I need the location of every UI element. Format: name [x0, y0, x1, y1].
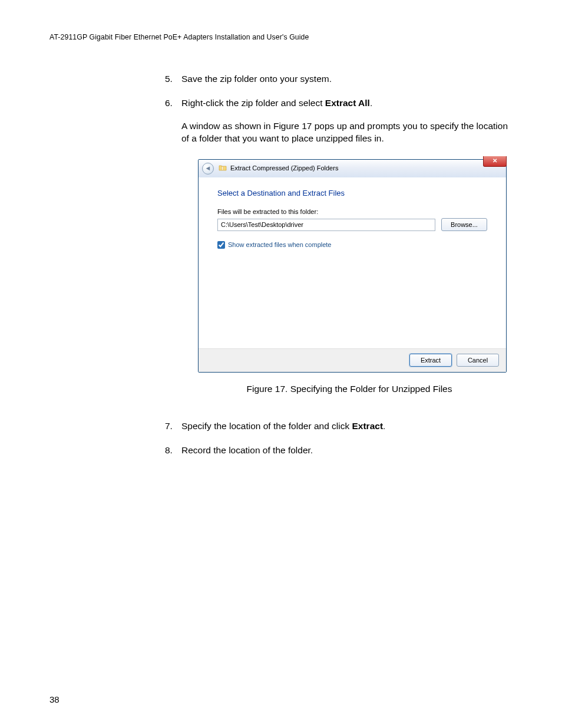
show-extracted-checkbox[interactable] [217, 241, 225, 249]
back-button[interactable]: ◄ [202, 163, 214, 174]
close-button[interactable]: ✕ [483, 156, 507, 167]
step-8: 8. Record the location of the folder. [165, 444, 517, 457]
dialog-title: Extract Compressed (Zipped) Folders [230, 164, 338, 173]
checkbox-row: Show extracted files when complete [217, 241, 487, 249]
svg-rect-0 [222, 166, 223, 170]
step-number: 8. [165, 444, 181, 457]
dialog-instruction: Select a Destination and Extract Files [217, 188, 487, 199]
step-paragraph: A window as shown in Figure 17 pops up a… [181, 120, 517, 145]
dialog-titlebar: ◄ Extract Compressed (Zipped) Folders [199, 160, 506, 177]
dialog-body: Select a Destination and Extract Files F… [199, 177, 506, 348]
step-text-part: Right-click the zip folder and select [181, 98, 325, 108]
destination-path-input[interactable] [217, 219, 435, 231]
cancel-button[interactable]: Cancel [457, 354, 499, 367]
close-icon: ✕ [492, 157, 497, 165]
figure-17: ◄ Extract Compressed (Zipped) Folders [198, 159, 510, 373]
step-body: Specify the location of the folder and c… [181, 420, 517, 433]
step-7: 7. Specify the location of the folder an… [165, 420, 517, 433]
step-body: Right-click the zip folder and select Ex… [181, 97, 517, 409]
step-text-bold: Extract [352, 421, 384, 431]
step-number: 5. [165, 73, 181, 85]
step-5: 5. Save the zip folder onto your system. [165, 73, 517, 85]
page: AT-2911GP Gigabit Fiber Ethernet PoE+ Ad… [0, 0, 562, 728]
figure-caption: Figure 17. Specifying the Folder for Unz… [181, 383, 517, 396]
step-text: Record the location of the folder. [181, 444, 517, 457]
extract-dialog: ◄ Extract Compressed (Zipped) Folders [198, 159, 507, 373]
page-number: 38 [49, 694, 59, 704]
step-number: 7. [165, 420, 181, 433]
path-label: Files will be extracted to this folder: [217, 207, 487, 216]
back-arrow-icon: ◄ [205, 165, 211, 172]
browse-button[interactable]: Browse... [441, 218, 487, 231]
dialog-footer: Extract Cancel [199, 348, 506, 372]
extract-button[interactable]: Extract [409, 354, 452, 367]
step-text-part: Specify the location of the folder and c… [181, 421, 352, 431]
step-text-bold: Extract All [325, 98, 370, 108]
step-6: 6. Right-click the zip folder and select… [165, 97, 517, 409]
step-text-part: . [370, 98, 372, 108]
folder-zip-icon [219, 163, 227, 174]
content-area: 5. Save the zip folder onto your system.… [165, 73, 517, 456]
path-row: Browse... [217, 218, 487, 231]
checkbox-label: Show extracted files when complete [228, 241, 331, 249]
page-header: AT-2911GP Gigabit Fiber Ethernet PoE+ Ad… [49, 33, 515, 41]
step-text: Save the zip folder onto your system. [181, 73, 517, 85]
step-text-part: . [383, 421, 385, 431]
step-number: 6. [165, 97, 181, 409]
